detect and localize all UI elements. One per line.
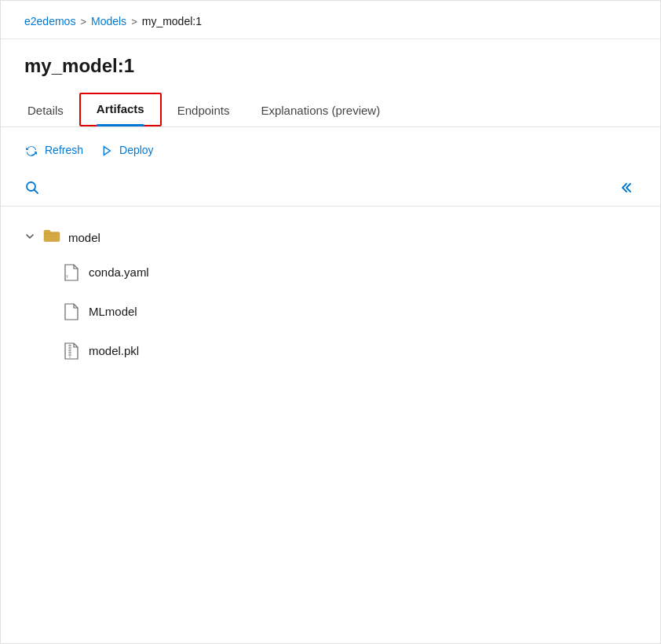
search-icon[interactable] bbox=[24, 180, 40, 199]
svg-line-1 bbox=[35, 189, 38, 193]
folder-model[interactable]: model bbox=[24, 222, 637, 253]
file-model-pkl[interactable]: model.pkl bbox=[64, 331, 637, 371]
deploy-button[interactable]: Deploy bbox=[99, 140, 154, 161]
toolbar: Refresh Deploy bbox=[1, 127, 660, 174]
tabs-container: Details Artifacts Endpoints Explanations… bbox=[1, 77, 660, 127]
file-mlmodel[interactable]: MLmodel bbox=[64, 292, 637, 331]
deploy-icon bbox=[99, 143, 113, 158]
file-conda-yaml-name: conda.yaml bbox=[89, 265, 149, 279]
collapse-button[interactable] bbox=[621, 180, 637, 199]
tree-files: Y conda.yaml MLmodel bbox=[24, 253, 637, 371]
file-conda-yaml[interactable]: Y conda.yaml bbox=[64, 253, 637, 292]
tab-endpoints[interactable]: Endpoints bbox=[162, 96, 246, 126]
folder-icon bbox=[43, 229, 60, 247]
refresh-button[interactable]: Refresh bbox=[24, 140, 83, 161]
file-tree: model Y conda.yaml bbox=[1, 207, 660, 386]
main-container: e2edemos > Models > my_model:1 my_model:… bbox=[0, 0, 661, 644]
page-title: my_model:1 bbox=[1, 39, 660, 77]
refresh-icon bbox=[24, 143, 38, 158]
file-model-pkl-name: model.pkl bbox=[89, 344, 139, 357]
breadcrumb-current: my_model:1 bbox=[142, 15, 202, 27]
refresh-label: Refresh bbox=[45, 144, 83, 156]
search-bar bbox=[1, 174, 660, 207]
folder-name: model bbox=[68, 231, 100, 244]
deploy-label: Deploy bbox=[119, 144, 154, 156]
breadcrumb-e2edemos[interactable]: e2edemos bbox=[24, 15, 75, 27]
chevron-icon bbox=[24, 231, 35, 244]
tab-artifacts[interactable]: Artifacts bbox=[79, 93, 162, 126]
breadcrumb-models[interactable]: Models bbox=[91, 15, 126, 27]
breadcrumb: e2edemos > Models > my_model:1 bbox=[1, 1, 660, 39]
breadcrumb-sep-2: > bbox=[131, 16, 137, 27]
yaml-file-icon: Y bbox=[64, 264, 79, 281]
tab-details[interactable]: Details bbox=[24, 96, 79, 126]
tab-explanations[interactable]: Explanations (preview) bbox=[245, 96, 396, 126]
svg-text:Y: Y bbox=[66, 274, 68, 279]
generic-file-icon bbox=[64, 303, 79, 320]
file-mlmodel-name: MLmodel bbox=[89, 305, 137, 318]
archive-file-icon bbox=[64, 342, 79, 360]
breadcrumb-sep-1: > bbox=[80, 16, 86, 27]
